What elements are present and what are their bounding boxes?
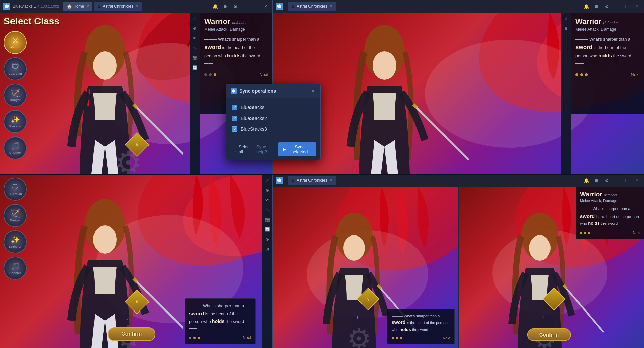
close-button-3[interactable]: × — [633, 176, 641, 184]
next-button[interactable]: Next — [259, 72, 268, 77]
side-tool-bl-5[interactable]: 📷 — [263, 215, 272, 224]
arrow-icon: ↑ — [126, 163, 129, 170]
nav-dot-bl-3[interactable] — [198, 337, 200, 339]
svg-point-17 — [93, 225, 117, 254]
brand-label: BlueStacks 1 — [12, 4, 36, 9]
tab-astral-br-close[interactable]: × — [330, 178, 332, 183]
sync-dialog-title: Sync operations — [239, 88, 310, 94]
class-icon-ranger-bl[interactable]: 🏹 Ranger — [4, 204, 27, 227]
side-tool-bl-8[interactable]: ⊞ — [263, 244, 272, 254]
side-tool-bl-4[interactable]: ⤡ — [263, 205, 272, 215]
tab-astral-right-close[interactable]: × — [330, 4, 332, 9]
side-tool-resize[interactable]: ⤡ — [190, 43, 199, 53]
tab-astral-br[interactable]: ⚔ Astral Chronicles × — [288, 176, 336, 185]
sorcerer-icon: ✨ — [11, 115, 20, 124]
settings-icon-2[interactable]: ⚙ — [602, 2, 611, 10]
tab-home[interactable]: 🏠 Home × — [63, 2, 92, 11]
sync-instance-bluestacks[interactable]: ✓ BlueStacks — [231, 102, 316, 113]
sync-checkbox-bs2[interactable]: ✓ — [232, 116, 237, 121]
side-tool-expand[interactable]: ⤢ — [190, 14, 199, 23]
side-tool-add[interactable]: ⊕ — [190, 24, 199, 33]
sync-select-all[interactable]: Select all — [231, 144, 253, 154]
sync-selected-button[interactable]: ▶ Sync selected — [278, 142, 316, 156]
maximize-button[interactable]: □ — [251, 2, 260, 10]
nav-dots: Next — [204, 72, 268, 77]
nav-dot-2[interactable] — [209, 73, 212, 76]
class-icon-sorcerer-bl[interactable]: ✨ Sorcerer — [4, 230, 27, 253]
class-icon-guardian-bl[interactable]: 🛡 Guardian — [4, 178, 27, 201]
minimize-button-3[interactable]: — — [613, 176, 621, 184]
svg-marker-27 — [232, 89, 235, 93]
bell-icon-3[interactable]: 🔔 — [582, 176, 590, 184]
sync-instance-bluestacks3[interactable]: ✓ BlueStacks3 — [231, 124, 316, 134]
side-tool-bl-7[interactable]: ⊗ — [263, 234, 272, 244]
class-icon-guardian[interactable]: 🛡 Guardian — [4, 57, 27, 80]
select-all-label: Select all — [239, 144, 253, 154]
tab-astral-br-label: Astral Chronicles — [297, 178, 327, 183]
nav-dot-bl-2[interactable] — [193, 337, 196, 339]
nav-dots-2: Next — [575, 72, 640, 77]
class-icon-sorcerer[interactable]: ✨ Sorcerer — [4, 110, 27, 133]
nav-dot-3[interactable] — [214, 73, 216, 76]
side-tool-bl-1[interactable]: ⤢ — [263, 176, 272, 185]
window-controls-br: 🔔 ⏺ ⚙ — □ × — [582, 176, 641, 184]
v-divider — [273, 0, 273, 348]
record-icon-3[interactable]: ⏺ — [592, 176, 600, 184]
class-icon-warrior[interactable]: ⚔ Warrior — [4, 31, 27, 54]
select-all-checkbox[interactable] — [231, 147, 236, 152]
record-icon-2[interactable]: ⏺ — [592, 2, 600, 10]
class-icon-chanter[interactable]: 🎵 Chanter — [4, 136, 27, 159]
nav-dot-1[interactable] — [204, 73, 207, 76]
maximize-button-2[interactable]: □ — [623, 2, 631, 10]
side-tool-camera[interactable]: 📷 — [190, 53, 199, 63]
confirm-btn-sr[interactable]: Confirm — [527, 328, 571, 341]
confirm-btn-bl[interactable]: Confirm — [108, 327, 155, 341]
nav-dot-2-1[interactable] — [575, 73, 578, 76]
class-icon-chanter-bl[interactable]: 🎵 Chanter — [4, 257, 27, 280]
window-bottom-right[interactable]: ⚔ Astral Chronicles × 🔔 ⏺ ⚙ — □ × — [273, 174, 644, 348]
side-toolbar-bl: ⤢ ⊕ 👁 ⤡ 📷 🔄 ⊗ ⊞ — [262, 174, 272, 348]
record-icon[interactable]: ⏺ — [221, 2, 229, 10]
bell-icon[interactable]: 🔔 — [211, 2, 219, 10]
class-icons-list: ⚔ Warrior 🛡 Guardian 🏹 Ranger ✨ Sorcerer… — [4, 31, 27, 159]
next-button-2[interactable]: Next — [630, 72, 640, 77]
sync-checkbox-bs3[interactable]: ✓ — [232, 126, 237, 132]
side-tool-eye[interactable]: 👁 — [190, 33, 199, 43]
close-button[interactable]: × — [262, 2, 270, 10]
sync-help-link[interactable]: Sync help? — [256, 144, 275, 154]
side-tool-2-expand[interactable]: ⤢ — [561, 14, 571, 23]
tab-astral-right[interactable]: ⚔ Astral Chronicles × — [288, 2, 336, 11]
next-btn-bl[interactable]: Next — [243, 335, 251, 340]
minimize-button-2[interactable]: — — [613, 2, 621, 10]
tab-astral-close[interactable]: × — [136, 4, 138, 9]
sync-dialog-close-button[interactable]: × — [310, 88, 316, 94]
sync-instance-bluestacks2[interactable]: ✓ BlueStacks2 — [231, 113, 316, 124]
nav-dot-2-2[interactable] — [580, 73, 583, 76]
side-tool-rotate[interactable]: 🔄 — [190, 63, 199, 72]
ranger-icon: 🏹 — [11, 89, 20, 98]
tab-astral-main[interactable]: ⚔ Astral Chronicles × — [94, 2, 142, 11]
window-top-right[interactable]: ⚔ Astral Chronicles × 🔔 ⏺ ⚙ — □ × — [273, 0, 644, 174]
side-tool-bl-6[interactable]: 🔄 — [263, 225, 272, 234]
class-icon-ranger[interactable]: 🏹 Ranger — [4, 84, 27, 107]
svg-point-6 — [93, 51, 117, 80]
warrior-description: ——— What's sharper than a sword is the h… — [204, 36, 268, 67]
nav-dot-bl-1[interactable] — [189, 337, 191, 339]
tab-home-close[interactable]: × — [87, 4, 89, 9]
maximize-button-3[interactable]: □ — [623, 176, 631, 184]
next-btn-sl[interactable]: Next — [442, 336, 450, 340]
nav-dot-2-3[interactable] — [585, 73, 588, 76]
next-btn-sr[interactable]: Next — [633, 231, 640, 235]
side-tool-bl-2[interactable]: ⊕ — [263, 185, 272, 195]
minimize-button[interactable]: — — [241, 2, 249, 10]
bell-icon-2[interactable]: 🔔 — [582, 2, 590, 10]
game-area-bottom-left: 🛡 Guardian 🏹 Ranger ✨ Sorcerer 🎵 Chanter — [0, 174, 272, 348]
window-bottom-left[interactable]: 🛡 Guardian 🏹 Ranger ✨ Sorcerer 🎵 Chanter — [0, 174, 273, 348]
side-tool-bl-3[interactable]: 👁 — [263, 195, 272, 205]
side-tool-2-add[interactable]: ⊕ — [561, 24, 571, 33]
settings-icon-3[interactable]: ⚙ — [602, 176, 611, 184]
close-button-2[interactable]: × — [633, 2, 641, 10]
settings-icon[interactable]: ⚙ — [231, 2, 239, 10]
sync-checkbox-bs1[interactable]: ✓ — [232, 105, 237, 110]
bluestacks-logo-3 — [276, 177, 283, 184]
